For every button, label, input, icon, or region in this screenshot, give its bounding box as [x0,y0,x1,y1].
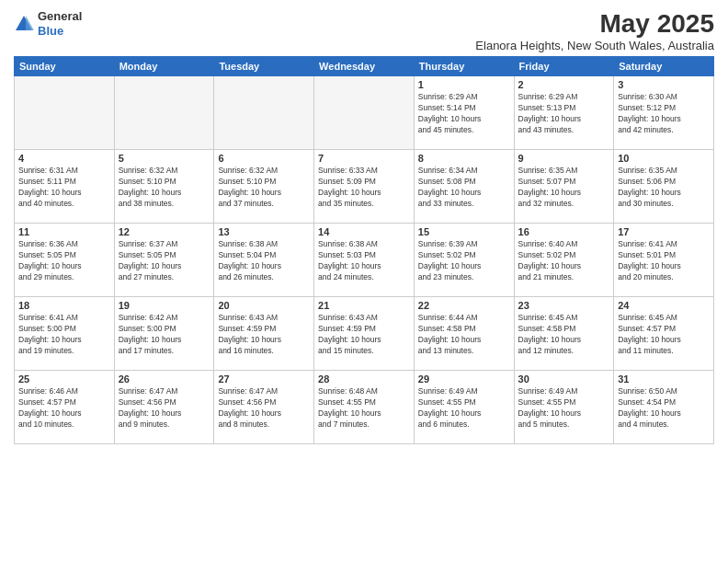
day-cell: 23Sunrise: 6:45 AM Sunset: 4:58 PM Dayli… [514,297,614,371]
day-number: 18 [18,300,110,311]
weekday-header-tuesday: Tuesday [214,57,314,76]
day-number: 8 [418,153,510,164]
day-number: 25 [18,373,110,385]
day-number: 17 [618,226,710,237]
day-cell: 8Sunrise: 6:34 AM Sunset: 5:08 PM Daylig… [414,150,514,224]
day-info: Sunrise: 6:38 AM Sunset: 5:04 PM Dayligh… [218,239,310,283]
weekday-header-friday: Friday [514,57,614,76]
day-number: 24 [618,300,710,311]
month-title: May 2025 [475,9,714,39]
day-info: Sunrise: 6:29 AM Sunset: 5:13 PM Dayligh… [518,92,610,136]
day-cell: 13Sunrise: 6:38 AM Sunset: 5:04 PM Dayli… [214,224,314,297]
day-cell: 21Sunrise: 6:43 AM Sunset: 4:59 PM Dayli… [314,297,415,371]
day-cell: 7Sunrise: 6:33 AM Sunset: 5:09 PM Daylig… [314,150,415,224]
day-info: Sunrise: 6:46 AM Sunset: 4:57 PM Dayligh… [18,386,110,431]
day-cell: 29Sunrise: 6:49 AM Sunset: 4:55 PM Dayli… [414,371,514,444]
day-cell: 5Sunrise: 6:32 AM Sunset: 5:10 PM Daylig… [114,150,214,224]
day-info: Sunrise: 6:47 AM Sunset: 4:56 PM Dayligh… [218,386,310,431]
day-number: 23 [518,300,610,311]
day-info: Sunrise: 6:29 AM Sunset: 5:14 PM Dayligh… [418,92,510,136]
day-info: Sunrise: 6:45 AM Sunset: 4:57 PM Dayligh… [618,313,710,357]
day-number: 6 [218,153,310,164]
day-cell: 27Sunrise: 6:47 AM Sunset: 4:56 PM Dayli… [214,371,314,444]
day-info: Sunrise: 6:32 AM Sunset: 5:10 PM Dayligh… [119,166,210,210]
week-row-0: 1Sunrise: 6:29 AM Sunset: 5:14 PM Daylig… [15,76,714,150]
day-cell: 1Sunrise: 6:29 AM Sunset: 5:14 PM Daylig… [414,76,514,150]
day-cell: 31Sunrise: 6:50 AM Sunset: 4:54 PM Dayli… [614,371,714,444]
day-info: Sunrise: 6:35 AM Sunset: 5:06 PM Dayligh… [618,166,710,210]
week-row-4: 25Sunrise: 6:46 AM Sunset: 4:57 PM Dayli… [15,371,714,444]
day-info: Sunrise: 6:40 AM Sunset: 5:02 PM Dayligh… [518,239,610,283]
day-cell [15,76,115,150]
day-number: 9 [518,153,610,164]
logo-blue: Blue [38,24,82,39]
day-number: 5 [119,153,210,164]
week-row-3: 18Sunrise: 6:41 AM Sunset: 5:00 PM Dayli… [15,297,714,371]
day-number: 4 [18,153,110,164]
day-info: Sunrise: 6:35 AM Sunset: 5:07 PM Dayligh… [518,166,610,210]
day-number: 10 [618,153,710,164]
day-info: Sunrise: 6:48 AM Sunset: 4:55 PM Dayligh… [318,386,410,431]
day-number: 28 [318,373,410,385]
day-info: Sunrise: 6:37 AM Sunset: 5:05 PM Dayligh… [119,239,210,283]
day-cell: 2Sunrise: 6:29 AM Sunset: 5:13 PM Daylig… [514,76,614,150]
day-info: Sunrise: 6:44 AM Sunset: 4:58 PM Dayligh… [418,313,510,357]
logo-text: General Blue [38,9,82,38]
day-number: 22 [418,300,510,311]
day-number: 2 [518,79,610,90]
day-cell: 28Sunrise: 6:48 AM Sunset: 4:55 PM Dayli… [314,371,415,444]
day-number: 29 [418,373,510,385]
day-info: Sunrise: 6:50 AM Sunset: 4:54 PM Dayligh… [618,386,710,431]
day-cell: 14Sunrise: 6:38 AM Sunset: 5:03 PM Dayli… [314,224,415,297]
day-cell: 6Sunrise: 6:32 AM Sunset: 5:10 PM Daylig… [214,150,314,224]
day-cell: 18Sunrise: 6:41 AM Sunset: 5:00 PM Dayli… [15,297,115,371]
day-cell: 3Sunrise: 6:30 AM Sunset: 5:12 PM Daylig… [614,76,714,150]
week-row-2: 11Sunrise: 6:36 AM Sunset: 5:05 PM Dayli… [15,224,714,297]
day-cell: 24Sunrise: 6:45 AM Sunset: 4:57 PM Dayli… [614,297,714,371]
day-number: 30 [518,373,610,385]
day-number: 13 [218,226,310,237]
day-info: Sunrise: 6:41 AM Sunset: 5:00 PM Dayligh… [18,313,110,357]
weekday-header-saturday: Saturday [614,57,714,76]
day-info: Sunrise: 6:34 AM Sunset: 5:08 PM Dayligh… [418,166,510,210]
day-cell [114,76,214,150]
logo-general: General [38,9,82,24]
day-number: 20 [218,300,310,311]
day-number: 31 [618,373,710,385]
day-number: 14 [318,226,410,237]
day-cell: 9Sunrise: 6:35 AM Sunset: 5:07 PM Daylig… [514,150,614,224]
day-number: 16 [518,226,610,237]
day-info: Sunrise: 6:49 AM Sunset: 4:55 PM Dayligh… [518,386,610,431]
weekday-header-row: SundayMondayTuesdayWednesdayThursdayFrid… [15,57,714,76]
location: Elanora Heights, New South Wales, Austra… [475,39,714,52]
day-info: Sunrise: 6:49 AM Sunset: 4:55 PM Dayligh… [418,386,510,431]
day-cell: 12Sunrise: 6:37 AM Sunset: 5:05 PM Dayli… [114,224,214,297]
day-cell: 19Sunrise: 6:42 AM Sunset: 5:00 PM Dayli… [114,297,214,371]
day-info: Sunrise: 6:33 AM Sunset: 5:09 PM Dayligh… [318,166,410,210]
day-cell: 4Sunrise: 6:31 AM Sunset: 5:11 PM Daylig… [15,150,115,224]
weekday-header-thursday: Thursday [414,57,514,76]
weekday-header-monday: Monday [114,57,214,76]
day-info: Sunrise: 6:36 AM Sunset: 5:05 PM Dayligh… [18,239,110,283]
day-info: Sunrise: 6:31 AM Sunset: 5:11 PM Dayligh… [18,166,110,210]
day-info: Sunrise: 6:30 AM Sunset: 5:12 PM Dayligh… [618,92,710,136]
day-number: 26 [119,373,210,385]
day-number: 21 [318,300,410,311]
day-info: Sunrise: 6:42 AM Sunset: 5:00 PM Dayligh… [119,313,210,357]
week-row-1: 4Sunrise: 6:31 AM Sunset: 5:11 PM Daylig… [15,150,714,224]
day-cell: 15Sunrise: 6:39 AM Sunset: 5:02 PM Dayli… [414,224,514,297]
day-info: Sunrise: 6:43 AM Sunset: 4:59 PM Dayligh… [318,313,410,357]
header: General Blue May 2025 Elanora Heights, N… [14,9,714,52]
day-info: Sunrise: 6:45 AM Sunset: 4:58 PM Dayligh… [518,313,610,357]
day-cell: 30Sunrise: 6:49 AM Sunset: 4:55 PM Dayli… [514,371,614,444]
day-number: 12 [119,226,210,237]
day-cell: 16Sunrise: 6:40 AM Sunset: 5:02 PM Dayli… [514,224,614,297]
title-block: May 2025 Elanora Heights, New South Wale… [475,9,714,52]
day-number: 7 [318,153,410,164]
day-cell [314,76,415,150]
day-cell: 10Sunrise: 6:35 AM Sunset: 5:06 PM Dayli… [614,150,714,224]
day-number: 15 [418,226,510,237]
day-number: 11 [18,226,110,237]
day-info: Sunrise: 6:32 AM Sunset: 5:10 PM Dayligh… [218,166,310,210]
day-info: Sunrise: 6:39 AM Sunset: 5:02 PM Dayligh… [418,239,510,283]
